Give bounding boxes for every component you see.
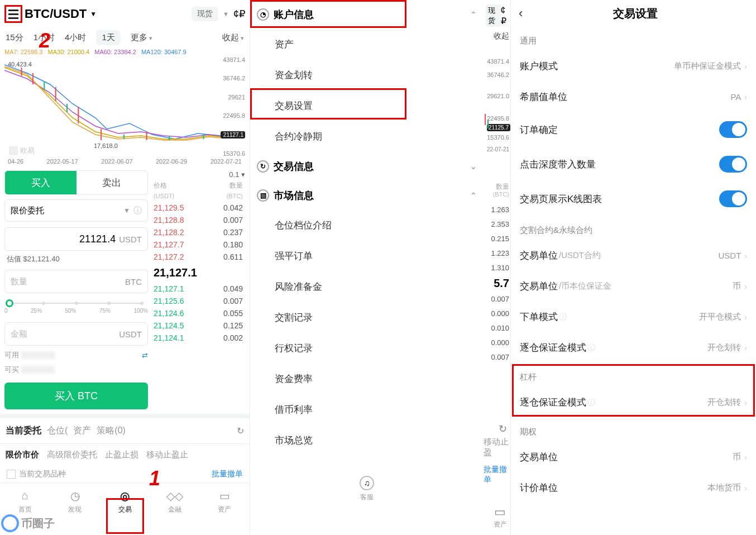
row-isolated-margin-1[interactable]: 逐仓保证金模式ⓘ开仓划转›: [511, 332, 756, 363]
menu-delivery[interactable]: 交割记录: [250, 302, 484, 333]
section-account[interactable]: ◔ 账户信息 ⌃: [250, 0, 484, 29]
price-chart[interactable]: 43871.4 36746.2 29621 22495.8 21127.1 15…: [4, 56, 245, 157]
caret-down-icon[interactable]: ▼: [90, 10, 97, 18]
section-leverage: 杠杆: [511, 363, 756, 387]
current-pair-checkbox[interactable]: [7, 470, 16, 479]
source-watermark: 币圈子: [1, 514, 55, 532]
trade-settings-screen: ‹ 交易设置 通用 账户模式单币种保证金模式› 希腊值单位PA› 订单确定 点击…: [510, 0, 756, 535]
quantity-input[interactable]: 数量 BTC: [4, 270, 148, 293]
menu-liquidation[interactable]: 强平订单: [250, 241, 484, 271]
ob-step[interactable]: 0.1 ▾: [151, 170, 245, 181]
buy-button[interactable]: 买入 BTC: [4, 383, 148, 409]
info-icon: ⓘ: [587, 398, 595, 408]
tf-collapse[interactable]: 收起: [222, 32, 244, 43]
settings-icon[interactable]: ¢₽: [501, 6, 508, 26]
toggle-order-confirm[interactable]: [719, 121, 747, 138]
chevron-right-icon: ›: [744, 62, 747, 71]
chevron-down-icon: ▼: [123, 207, 130, 214]
menu-funding[interactable]: 资金费率: [250, 364, 484, 394]
menu-insurance[interactable]: 风险准备金: [250, 271, 484, 302]
menu-exercise[interactable]: 行权记录: [250, 333, 484, 364]
info-icon: ⓘ: [587, 343, 595, 353]
ask-row: 21,128.20.237: [151, 226, 245, 238]
history-icon[interactable]: ↻: [499, 423, 507, 435]
customer-service[interactable]: ♫ 客服: [250, 465, 484, 513]
menu-transfer[interactable]: 资金划转: [250, 60, 484, 90]
amount-input[interactable]: 金额 USDT: [4, 322, 148, 346]
info-icon[interactable]: ⓘ: [133, 206, 142, 216]
tab-positions[interactable]: 仓位(: [47, 425, 68, 437]
price-input[interactable]: 21121.4 USDT: [4, 227, 148, 251]
tab-buy[interactable]: 买入: [5, 171, 76, 194]
tf-more[interactable]: 更多: [131, 32, 152, 43]
orderbook: 0.1 ▾ 价格数量 (USDT)(BTC) 21,129.50.042 21,…: [151, 170, 245, 409]
headset-icon: ♫: [360, 476, 374, 490]
tab-sell[interactable]: 卖出: [76, 171, 148, 194]
swap-icon[interactable]: ⇄: [142, 351, 148, 360]
buy-sell-tabs: 买入 卖出: [4, 170, 148, 195]
chevron-down-icon: ⌄: [470, 162, 477, 171]
menu-tier[interactable]: 仓位档位介绍: [250, 210, 484, 241]
menu-drawer: ◔ 账户信息 ⌃ 资产 资金划转 交易设置 合约冷静期 ↻ 交易信息 ⌄ ▧ 市…: [250, 0, 484, 535]
chart-low: 17,618.0: [94, 142, 118, 149]
chevron-up-icon: ⌃: [470, 10, 477, 19]
row-order-confirm: 订单确定: [511, 112, 756, 147]
section-market-info[interactable]: ▧ 市场信息 ⌃: [250, 181, 484, 210]
ask-row: 21,128.80.007: [151, 214, 245, 226]
ma7: MA7: 22598.3: [4, 49, 43, 55]
menu-trade-settings[interactable]: 交易设置: [250, 90, 484, 121]
bid-row: 21,127.10.049: [151, 283, 245, 295]
clock-icon: ◔: [257, 8, 269, 21]
subtab-limit-market[interactable]: 限价市价: [6, 450, 39, 460]
ma60: MA60: 23384.2: [94, 49, 136, 55]
y-axis: 43871.4 36746.2 29621 22495.8 21127.1 15…: [221, 56, 245, 157]
menu-cooldown[interactable]: 合约冷静期: [250, 121, 484, 152]
order-section-tabs: 当前委托 仓位( 资产 策略(0) ↻: [0, 414, 250, 444]
tab-assets[interactable]: 资产: [73, 425, 91, 437]
row-greek-unit[interactable]: 希腊值单位PA›: [511, 82, 756, 112]
bid-row: 21,124.10.002: [151, 332, 245, 344]
chart-high: 40,423.4: [8, 61, 32, 68]
tab-strategy[interactable]: 策略(0): [97, 425, 126, 437]
row-order-mode[interactable]: 下单模式ⓘ开平仓模式›: [511, 302, 756, 332]
spot-pill[interactable]: 现货: [192, 7, 218, 21]
nav-discover[interactable]: ◷发现: [50, 483, 99, 519]
history-icon[interactable]: ↻: [237, 426, 244, 436]
subtab-tpsl[interactable]: 止盈止损: [105, 450, 138, 460]
trading-pair[interactable]: BTC/USDT: [25, 7, 87, 21]
batch-cancel[interactable]: 批量撤单: [212, 469, 243, 479]
order-type-select[interactable]: 限价委托 ▼ ⓘ: [4, 199, 148, 222]
row-isolated-margin-2[interactable]: 逐仓保证金模式ⓘ开仓划转›: [511, 387, 756, 418]
tf-1d[interactable]: 1天: [96, 30, 120, 45]
row-price-unit[interactable]: 计价单位本地货币›: [511, 472, 756, 503]
section-trade-info[interactable]: ↻ 交易信息 ⌄: [250, 152, 484, 181]
ma120: MA120: 30467.9: [141, 49, 186, 55]
chevron-right-icon: ›: [744, 93, 747, 102]
order-subtabs: 限价市价 高级限价委托 止盈止损 移动止盈止: [0, 444, 250, 466]
back-icon[interactable]: ‹: [519, 6, 523, 21]
annotation-2: 2: [39, 29, 50, 52]
wallet-icon[interactable]: ▭: [494, 505, 506, 519]
toggle-kline[interactable]: [719, 190, 747, 207]
menu-overview[interactable]: 市场总览: [250, 425, 484, 456]
row-unit-coin[interactable]: 交易单位/币本位保证金币›: [511, 271, 756, 302]
tab-open-orders[interactable]: 当前委托: [6, 425, 41, 437]
menu-icon[interactable]: [4, 5, 22, 23]
annotation-box-trade: [106, 498, 144, 534]
subtab-adv-limit[interactable]: 高级限价委托: [47, 450, 97, 460]
page-title: 交易设置: [523, 6, 748, 21]
ask-row: 21,127.20.611: [151, 251, 245, 263]
menu-borrow-rate[interactable]: 借币利率: [250, 394, 484, 425]
toggle-depth[interactable]: [719, 156, 747, 173]
tf-15m[interactable]: 15分: [6, 32, 23, 43]
row-option-unit[interactable]: 交易单位币›: [511, 442, 756, 472]
row-account-mode[interactable]: 账户模式单币种保证金模式›: [511, 51, 756, 82]
row-unit-usdt[interactable]: 交易单位/USDT合约USDT›: [511, 240, 756, 271]
subtab-trailing[interactable]: 移动止盈止: [146, 450, 188, 460]
quantity-slider[interactable]: 0 25% 50% 75% 100%: [4, 300, 148, 317]
menu-assets[interactable]: 资产: [250, 29, 484, 60]
chart-settings-icon[interactable]: ¢₽: [233, 8, 245, 20]
tf-4h[interactable]: 4小时: [65, 32, 86, 43]
nav-assets[interactable]: ▭资产: [200, 483, 250, 519]
watermark: 欧易: [9, 146, 35, 156]
